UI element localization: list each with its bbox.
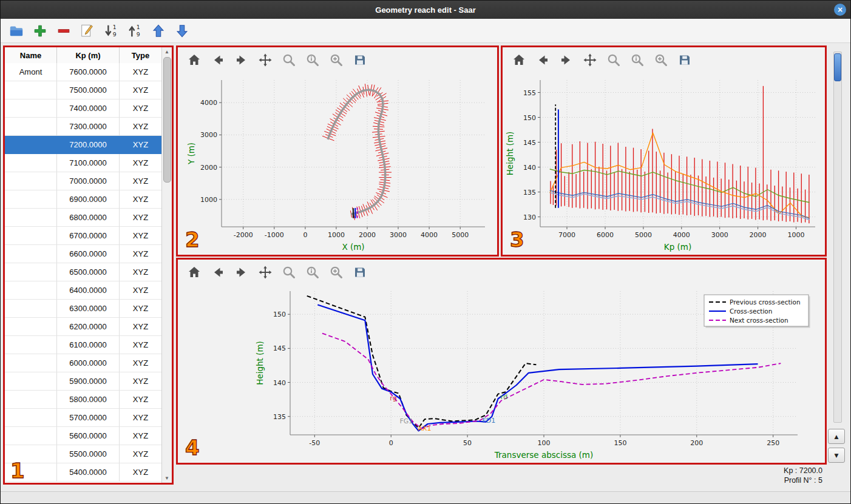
zoom-rect-icon[interactable] [653, 52, 669, 68]
cell-type[interactable]: XYZ [120, 318, 162, 336]
move-up-icon[interactable] [150, 22, 167, 39]
table-row[interactable]: Amont7600.0000XYZ [5, 63, 162, 81]
table-row[interactable]: 7000.0000XYZ [5, 172, 162, 190]
table-row[interactable]: 5700.0000XYZ [5, 409, 162, 427]
table-row[interactable]: 6100.0000XYZ [5, 336, 162, 354]
cell-name[interactable] [5, 81, 57, 99]
cell-kp[interactable]: 5400.0000 [57, 463, 120, 482]
cell-kp[interactable]: 7600.0000 [57, 63, 120, 81]
cell-kp[interactable]: 7500.0000 [57, 81, 120, 99]
cell-type[interactable]: XYZ [120, 227, 162, 245]
cell-type[interactable]: XYZ [120, 300, 162, 318]
table-row[interactable]: 6300.0000XYZ [5, 300, 162, 318]
cell-type[interactable]: XYZ [120, 336, 162, 354]
scroll-down-icon[interactable]: ▼ [162, 474, 172, 482]
cell-kp[interactable]: 5800.0000 [57, 391, 120, 409]
cell-kp[interactable]: 6000.0000 [57, 354, 120, 372]
cell-name[interactable] [5, 281, 57, 300]
table-row[interactable]: 7300.0000XYZ [5, 118, 162, 136]
cell-type[interactable]: XYZ [120, 409, 162, 427]
cell-kp[interactable]: 7000.0000 [57, 172, 120, 190]
table-row[interactable]: 6800.0000XYZ [5, 209, 162, 227]
cell-type[interactable]: XYZ [120, 99, 162, 118]
cell-kp[interactable]: 5500.0000 [57, 445, 120, 463]
column-header-kp[interactable]: Kp (m) [57, 47, 120, 63]
cell-name[interactable] [5, 391, 57, 409]
sort-desc-icon[interactable]: 19 [103, 22, 120, 39]
table-row[interactable]: 5600.0000XYZ [5, 427, 162, 445]
axes-options-icon[interactable] [305, 264, 320, 280]
cell-type[interactable]: XYZ [120, 391, 162, 409]
cell-name[interactable] [5, 99, 57, 118]
cell-kp[interactable]: 6800.0000 [57, 209, 120, 227]
cell-name[interactable] [5, 154, 57, 172]
cell-kp[interactable]: 6300.0000 [57, 300, 120, 318]
zoom-rect-icon[interactable] [328, 264, 344, 280]
table-row[interactable]: 6900.0000XYZ [5, 190, 162, 209]
close-button[interactable]: × [834, 4, 846, 16]
cross-section-chart[interactable]: -50050100150200250135140145150rgrdFG1AX1… [178, 285, 825, 463]
table-row[interactable]: 6400.0000XYZ [5, 281, 162, 300]
column-header-name[interactable]: Name [5, 47, 57, 63]
zoom-icon[interactable] [606, 52, 622, 68]
cell-type[interactable]: XYZ [120, 263, 162, 281]
open-icon[interactable] [8, 22, 25, 39]
pan-icon[interactable] [257, 52, 273, 68]
vertical-slider[interactable] [833, 52, 842, 423]
cell-kp[interactable]: 6600.0000 [57, 245, 120, 263]
cell-name[interactable] [5, 427, 57, 445]
cell-kp[interactable]: 6500.0000 [57, 263, 120, 281]
back-icon[interactable] [535, 52, 551, 68]
cell-type[interactable]: XYZ [120, 427, 162, 445]
table-row[interactable]: 6700.0000XYZ [5, 227, 162, 245]
zoom-rect-icon[interactable] [328, 52, 344, 68]
cell-type[interactable]: XYZ [120, 372, 162, 391]
table-row[interactable]: 5900.0000XYZ [5, 372, 162, 391]
cell-type[interactable]: XYZ [120, 136, 162, 154]
cell-type[interactable]: XYZ [120, 245, 162, 263]
cell-name[interactable] [5, 372, 57, 391]
forward-icon[interactable] [234, 264, 249, 280]
home-icon[interactable] [511, 52, 527, 68]
cell-kp[interactable]: 7100.0000 [57, 154, 120, 172]
cell-name[interactable] [5, 172, 57, 190]
save-icon[interactable] [677, 52, 693, 68]
cell-type[interactable]: XYZ [120, 63, 162, 81]
cell-type[interactable]: XYZ [120, 463, 162, 482]
cell-name[interactable] [5, 118, 57, 136]
zoom-icon[interactable] [281, 52, 297, 68]
cell-name[interactable] [5, 409, 57, 427]
axes-options-icon[interactable] [305, 52, 320, 68]
table-row[interactable]: 6500.0000XYZ [5, 263, 162, 281]
cell-kp[interactable]: 5600.0000 [57, 427, 120, 445]
table-row[interactable]: 7200.0000XYZ [5, 136, 162, 154]
axes-options-icon[interactable] [629, 52, 645, 68]
cell-kp[interactable]: 6100.0000 [57, 336, 120, 354]
table-row[interactable]: 5400.0000XYZ [5, 463, 162, 482]
cell-name[interactable] [5, 190, 57, 209]
move-down-icon[interactable] [174, 22, 191, 39]
table-row[interactable]: 7500.0000XYZ [5, 81, 162, 99]
cell-name[interactable] [5, 245, 57, 263]
cell-type[interactable]: XYZ [120, 209, 162, 227]
forward-icon[interactable] [558, 52, 574, 68]
cell-kp[interactable]: 5700.0000 [57, 409, 120, 427]
cell-name[interactable] [5, 263, 57, 281]
save-icon[interactable] [352, 264, 368, 280]
back-icon[interactable] [210, 52, 226, 68]
cell-kp[interactable]: 6200.0000 [57, 318, 120, 336]
cell-name[interactable] [5, 354, 57, 372]
table-row[interactable]: 6600.0000XYZ [5, 245, 162, 263]
cell-kp[interactable]: 7400.0000 [57, 99, 120, 118]
cell-name[interactable] [5, 136, 57, 154]
sort-asc-icon[interactable]: 19 [126, 22, 143, 39]
back-icon[interactable] [210, 264, 226, 280]
save-icon[interactable] [352, 52, 368, 68]
remove-icon[interactable] [55, 22, 72, 39]
table-scrollbar-thumb[interactable] [163, 57, 171, 183]
plan-view-chart[interactable]: -2000-1000010002000300040005000100020003… [178, 73, 497, 255]
cell-name[interactable] [5, 336, 57, 354]
scroll-up-icon[interactable]: ▲ [162, 48, 172, 56]
cell-name[interactable] [5, 209, 57, 227]
home-icon[interactable] [186, 264, 202, 280]
